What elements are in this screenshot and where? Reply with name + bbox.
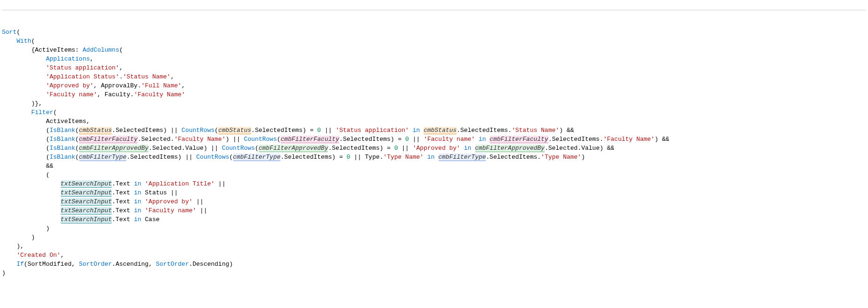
- token-eq: =: [310, 127, 317, 134]
- token-ident: Text: [116, 180, 130, 187]
- token-dot: .: [537, 154, 541, 161]
- token-dot: .: [545, 145, 548, 152]
- token-and: &&: [607, 145, 615, 152]
- token-ident: Text: [116, 189, 130, 196]
- token-or: ||: [413, 136, 420, 143]
- token-and: &&: [567, 127, 574, 134]
- token-ident: Status: [145, 189, 167, 196]
- var-cmbfilterfaculty: cmbFilterFaculty: [79, 136, 138, 143]
- token-ident: Selected: [141, 136, 171, 143]
- token-fn-sort: Sort: [2, 29, 16, 36]
- token-comma: ,: [119, 64, 123, 71]
- token-paren: )}: [31, 100, 39, 107]
- token-comma: ,: [71, 261, 79, 268]
- token-str-created-on: 'Created On': [16, 252, 61, 259]
- var-cmbfilterapprovedby: cmbFilterApprovedBy: [475, 145, 545, 152]
- token-fn-with: With: [16, 38, 31, 45]
- token-dot: .: [600, 136, 603, 143]
- code-editor[interactable]: Sort( With( {ActiveItems: AddColumns( Ap…: [2, 10, 866, 277]
- token-ident: Faculty: [104, 91, 130, 98]
- token-ident: ApprovalBy: [101, 82, 138, 89]
- token-paren: (: [75, 127, 79, 134]
- token-or: ||: [171, 127, 178, 134]
- token-ident: SelectedItems: [332, 145, 379, 152]
- token-comma: ,: [171, 73, 174, 80]
- token-fn-if: If: [16, 261, 24, 268]
- var-txtsearchinput: txtSearchInput: [61, 189, 112, 197]
- token-paren: ): [203, 145, 207, 152]
- var-txtsearchinput: txtSearchInput: [61, 216, 112, 223]
- token-ident: Ascending: [116, 261, 149, 268]
- token-or: ||: [402, 145, 409, 152]
- token-num-zero: 0: [394, 145, 398, 152]
- token-dot: .: [112, 127, 116, 134]
- token-paren: ): [332, 154, 336, 161]
- token-or: ||: [171, 189, 178, 196]
- token-ident: Text: [116, 198, 130, 205]
- var-txtsearchinput: txtSearchInput: [61, 207, 112, 215]
- var-cmbfiltertype: cmbFilterType: [233, 154, 281, 161]
- token-dot: .: [112, 261, 116, 268]
- token-dot: .: [126, 154, 130, 161]
- token-str-status-application: 'Status application': [46, 64, 119, 71]
- token-str-approved-by: 'Approved by': [413, 145, 460, 152]
- token-kw-in: in: [464, 145, 471, 152]
- token-str-type-name: 'Type Name': [541, 154, 581, 161]
- token-or: ||: [233, 136, 241, 143]
- token-paren: ): [655, 136, 658, 143]
- token-str-full-name: 'Full Name': [141, 82, 181, 89]
- token-paren: (: [16, 29, 20, 36]
- token-paren: (: [53, 109, 57, 116]
- token-dot: .: [112, 198, 116, 205]
- var-cmbstatus: cmbStatus: [423, 127, 456, 134]
- token-kw-in: in: [413, 127, 420, 134]
- token-str-application-status: 'Application Status': [46, 73, 119, 80]
- token-eq: =: [339, 154, 347, 161]
- token-dot: .: [486, 154, 490, 161]
- token-fn-countrows: CountRows: [181, 127, 214, 134]
- token-ident: SelectedItems: [343, 136, 391, 143]
- token-paren: (: [31, 38, 35, 45]
- token-fn-filter: Filter: [31, 109, 53, 116]
- token-str-status-application: 'Status application': [336, 127, 409, 134]
- token-ident: SelectedItems: [130, 154, 178, 161]
- token-dot: .: [578, 145, 581, 152]
- token-dot: .: [112, 207, 116, 214]
- editor-top-border: [2, 10, 866, 10]
- var-cmbstatus: cmbStatus: [79, 127, 112, 134]
- token-ident: SelectedItems: [490, 154, 537, 161]
- token-kw-in: in: [427, 154, 435, 161]
- token-str-faculty-name: 'Faculty Name': [603, 136, 655, 143]
- token-paren: (: [229, 154, 233, 161]
- token-paren: (: [75, 154, 79, 161]
- token-paren: (: [46, 171, 50, 178]
- var-cmbfiltertype: cmbFilterType: [438, 154, 486, 161]
- token-paren: ): [163, 127, 167, 134]
- var-cmbfiltertype: cmbFilterType: [79, 154, 126, 161]
- token-ident: Type: [365, 154, 380, 161]
- token-str-faculty-name-lc: 'Faculty name': [423, 136, 475, 143]
- token-num-zero: 0: [317, 127, 321, 134]
- token-ident: Case: [145, 216, 159, 223]
- token-paren: ): [391, 136, 394, 143]
- token-ident: Descending: [193, 261, 229, 268]
- var-cmbfilterfaculty: cmbFilterFaculty: [490, 136, 548, 143]
- token-ident: ActiveItems: [35, 46, 75, 54]
- token-ident: Text: [116, 216, 130, 223]
- token-num-zero: 0: [405, 136, 409, 143]
- token-fn-isblank: IsBlank: [49, 145, 75, 152]
- token-dot: .: [149, 145, 152, 152]
- token-fn-addcolumns: AddColumns: [83, 46, 119, 54]
- token-paren: ): [380, 145, 383, 152]
- token-ident: SelectedItems: [552, 136, 599, 143]
- token-applications: Applications: [46, 55, 90, 62]
- token-kw-in: in: [134, 180, 141, 187]
- var-cmbstatus: cmbStatus: [218, 127, 251, 134]
- token-kw-in: in: [134, 207, 141, 214]
- token-dot: .: [339, 136, 343, 143]
- token-paren: ): [2, 270, 6, 277]
- token-paren: ),: [16, 243, 24, 250]
- token-dot: .: [380, 154, 383, 161]
- token-sortorder: SortOrder: [79, 261, 112, 268]
- token-comma: ,: [61, 252, 64, 259]
